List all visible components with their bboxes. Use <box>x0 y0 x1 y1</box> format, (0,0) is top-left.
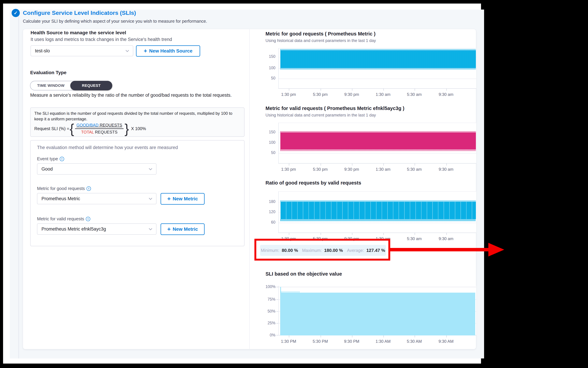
numerator-highlight: GOOD/BAD <box>76 123 98 127</box>
chevron-down-icon <box>149 167 152 170</box>
annotation-arrow-line <box>390 248 490 251</box>
x-tick: 1:30 am <box>370 92 396 97</box>
event-type-select[interactable]: Good <box>37 163 157 175</box>
valid-metric-value: Prometheus Metric efnkl5ayc3g <box>41 226 106 232</box>
info-icon[interactable]: i <box>86 186 91 191</box>
chart-subtitle: Using historical data and current parame… <box>265 38 376 43</box>
sli-equation-box: The SLI equation is the number of good r… <box>30 107 244 137</box>
health-source-select[interactable]: test-slo <box>30 45 133 56</box>
x-tick: 9:30 am <box>433 92 459 97</box>
x-tick: 1:30 pm <box>276 167 301 172</box>
annotation-arrow-head-icon <box>488 243 504 257</box>
column-divider <box>249 29 250 349</box>
x-tick: 5:30 pm <box>308 92 333 97</box>
chart-title: Metric for good requests ( Prometheus Me… <box>265 31 375 37</box>
y-tick: 50% <box>265 309 275 313</box>
x-tick: 9:30 pm <box>339 167 364 172</box>
request-evaluation-description: Measure a service’s reliability by the r… <box>30 92 244 98</box>
x-tick: 1:30 pm <box>276 92 301 97</box>
x-tick: 9:30 PM <box>339 339 364 344</box>
chart-ratio: Ratio of good requests by valid requests… <box>265 180 477 241</box>
plot-area <box>278 48 476 89</box>
y-tick: 150 <box>265 54 275 59</box>
chart-sli-objective: SLI based on the objective value 100% 75… <box>265 271 477 344</box>
x-tick: 9:30 am <box>433 167 459 172</box>
annotation-highlight-box <box>254 239 390 261</box>
page-title: Configure Service Level Indicators (SLIs… <box>23 9 136 16</box>
y-tick: 50 <box>265 76 275 81</box>
x-tick: 5:30 am <box>401 236 427 241</box>
x-tick: 5:30 am <box>401 92 427 97</box>
equation-rhs: X 100% <box>131 126 146 131</box>
plot-area <box>278 123 476 164</box>
equation-fraction: GOOD/BAD REQUESTS TOTAL REQUESTS <box>75 123 123 135</box>
x-tick: 5:30 AM <box>401 339 427 344</box>
health-source-description: It uses logs and metrics to track change… <box>30 37 172 42</box>
evaluation-type-heading: Evaluation Type <box>30 70 66 75</box>
chart-title: Metric for valid requests ( Prometheus M… <box>265 106 404 111</box>
good-metric-select[interactable]: Prometheus Metric <box>37 193 157 204</box>
new-health-source-button[interactable]: + New Health Source <box>136 45 200 57</box>
y-tick: 100 <box>265 66 275 70</box>
chevron-down-icon <box>149 227 152 230</box>
plus-icon: + <box>144 48 147 54</box>
chart-subtitle: Using historical data and current parame… <box>265 113 376 118</box>
chevron-down-icon <box>126 49 129 52</box>
screenshot-canvas: ✓ Configure Service Level Indicators (SL… <box>0 0 588 368</box>
chart-title: SLI based on the objective value <box>265 271 342 277</box>
equation-lhs: Request SLI (%) = <box>34 126 69 131</box>
plus-icon: + <box>167 226 171 232</box>
evaluation-method-description: The evaluation method will determine how… <box>37 145 178 150</box>
y-tick: 50 <box>265 150 275 155</box>
denominator-rest: REQUESTS <box>94 130 118 134</box>
numerator-rest: REQUESTS <box>98 123 122 127</box>
info-icon[interactable]: i <box>86 217 90 221</box>
y-tick: 100 <box>265 140 275 145</box>
plot-area <box>278 191 476 233</box>
x-tick: 5:30 am <box>401 167 427 172</box>
evaluation-method-box: The evaluation method will determine how… <box>30 140 244 246</box>
valid-metric-select[interactable]: Prometheus Metric efnkl5ayc3g <box>37 223 157 235</box>
x-tick: 5:30 pm <box>308 167 333 172</box>
x-tick: 5:30 PM <box>308 339 333 344</box>
y-tick: 75% <box>265 297 275 302</box>
y-tick: 120 <box>265 210 275 214</box>
valid-metric-label: Metric for valid requests i <box>37 216 90 221</box>
x-tick: 9:30 am <box>433 236 459 241</box>
x-tick: 1:30 PM <box>276 339 301 344</box>
evaluation-type-toggle: TIME WINDOW REQUEST <box>30 81 112 90</box>
toggle-option-request-selected[interactable]: REQUEST <box>70 81 112 90</box>
chart-valid-requests: Metric for valid requests ( Prometheus M… <box>265 106 477 174</box>
y-tick: 60 <box>265 220 275 225</box>
x-tick: 1:30 AM <box>370 339 396 344</box>
event-type-label: Event type i <box>37 156 64 162</box>
y-tick: 150 <box>265 130 275 134</box>
new-metric-button-good[interactable]: + New Metric <box>160 193 205 205</box>
sli-equation: Request SLI (%) = { GOOD/BAD REQUESTS TO… <box>34 123 146 135</box>
chevron-down-icon <box>149 196 152 200</box>
toggle-option-time-window[interactable]: TIME WINDOW <box>30 81 71 90</box>
y-tick: 180 <box>265 199 275 204</box>
good-metric-value: Prometheus Metric <box>41 196 80 201</box>
chart-title: Ratio of good requests by valid requests <box>265 180 361 186</box>
x-tick: 9:30 AM <box>433 339 459 344</box>
denominator-highlight: TOTAL <box>81 130 94 134</box>
chart-good-requests: Metric for good requests ( Prometheus Me… <box>265 31 477 99</box>
event-type-value: Good <box>41 166 53 172</box>
plus-icon: + <box>167 196 171 202</box>
x-tick: 9:30 pm <box>339 92 364 97</box>
y-tick: 0% <box>265 333 275 338</box>
info-icon[interactable]: i <box>60 157 64 161</box>
plot-area <box>278 286 476 335</box>
wizard-step-rail <box>19 9 19 359</box>
x-tick: 1:30 am <box>370 167 396 172</box>
sli-equation-explanation: The SLI equation is the number of good r… <box>34 110 242 122</box>
page-subtitle: Calculate your SLI by defining which asp… <box>23 19 207 24</box>
good-metric-label: Metric for good requests i <box>37 186 91 191</box>
y-tick: 25% <box>265 321 275 325</box>
y-tick: 100% <box>265 285 275 289</box>
health-source-heading: Health Source to manage the service leve… <box>30 30 126 36</box>
health-source-select-value: test-slo <box>35 48 50 54</box>
new-metric-button-valid[interactable]: + New Metric <box>160 223 205 235</box>
step-completed-check-icon: ✓ <box>12 9 20 17</box>
